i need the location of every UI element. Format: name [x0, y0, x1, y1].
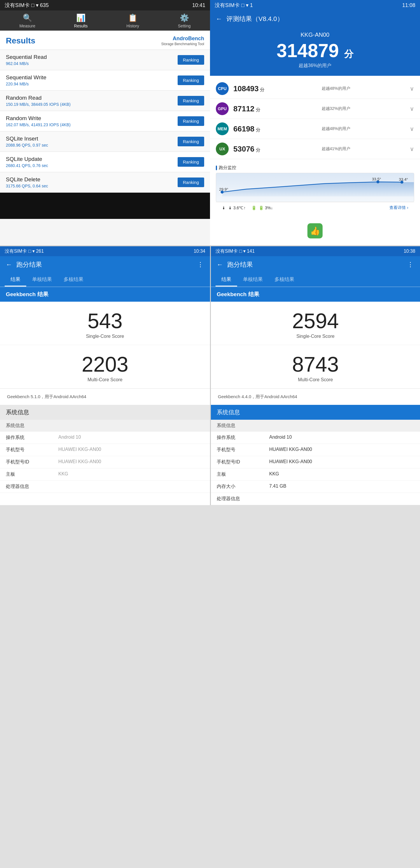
- geek-right-back-button[interactable]: ←: [217, 261, 223, 269]
- geek-left-menu-button[interactable]: ⋮: [197, 261, 204, 269]
- bench-sub-4: 2088.96 QPS, 0.97 sec: [6, 143, 48, 148]
- geek-left-tab-results[interactable]: 结果: [5, 273, 26, 286]
- antutu-title: 评测结果（V8.4.0）: [226, 14, 283, 23]
- statusbar-left-text: 没有SIM卡 □ ▾ 635: [5, 2, 49, 9]
- bench-sub-6: 3175.66 QPS, 0.64 sec: [6, 184, 48, 188]
- nav-setting-label: Setting: [178, 24, 191, 28]
- ranking-btn-4[interactable]: Ranking: [178, 137, 204, 146]
- thumbs-up-icon: 👍: [307, 223, 323, 239]
- geek-right-tab-multi[interactable]: 多核结果: [269, 273, 300, 286]
- antutu-score-sub-3: 超越41%的用户: [322, 146, 410, 152]
- ranking-btn-0[interactable]: Ranking: [178, 55, 204, 65]
- andro-logo-name: AndroBench: [173, 36, 204, 41]
- geek-left-header: ← 跑分结果 ⋮: [0, 256, 210, 273]
- antutu-footer: 🌡🌡 3.6℃↑ 🔋🔋 3%↓ 查看详情 ›: [216, 202, 414, 213]
- antutu-score-row-3: UX 53076 分 超越41%的用户 ∨: [210, 139, 420, 159]
- sysinfo-row: 内存大小 7.41 GB: [211, 480, 420, 493]
- bench-row-4: SQLite Insert 2088.96 QPS, 0.97 sec Rank…: [0, 131, 210, 152]
- geek-right-tab-results[interactable]: 结果: [215, 273, 237, 286]
- bench-row-info-4: SQLite Insert 2088.96 QPS, 0.97 sec: [6, 135, 48, 148]
- chevron-down-icon-2[interactable]: ∨: [410, 125, 414, 132]
- bench-row-1: Sequential Write 220.94 MB/s Ranking: [0, 70, 210, 91]
- sysinfo-row: 主板 KKG: [211, 468, 420, 480]
- androbench-panel: 没有SIM卡 □ ▾ 635 10:41 🔍 Measure 📊 Results…: [0, 0, 210, 245]
- geek-right-title: 跑分结果: [227, 260, 253, 269]
- geek-right-status-left: 没有SIM卡 □ ▾ 141: [215, 248, 254, 254]
- bench-sub-0: 962.04 MB/s: [6, 61, 47, 66]
- geek-right-sysinfo: 系统信息 系统信息 操作系统 Android 10 手机型号 HUAWEI KK…: [211, 405, 420, 505]
- chevron-down-icon-1[interactable]: ∨: [410, 105, 414, 112]
- antutu-score-row-2: MEM 66198 分 超越48%的用户 ∨: [210, 119, 420, 139]
- bench-name-1: Sequential Write: [6, 74, 47, 81]
- nav-history[interactable]: 📋 History: [126, 13, 139, 28]
- antutu-main-score: 314879 分: [216, 40, 414, 62]
- sysinfo-key-cpu2: 处理器信息: [217, 496, 269, 502]
- geek-left-single-score-section: 543 Single-Core Score: [0, 302, 210, 345]
- bench-sub-5: 2680.41 QPS, 0.76 sec: [6, 163, 48, 168]
- results-icon: 📊: [76, 13, 86, 23]
- geek-left-back-button[interactable]: ←: [6, 261, 12, 269]
- bench-row-3: Random Write 162.07 MB/s, 41491.23 IOPS …: [0, 111, 210, 131]
- geek-left-info: Geekbench 5.1.0，用于Android AArch64: [0, 389, 210, 405]
- nav-setting[interactable]: ⚙️ Setting: [178, 13, 191, 28]
- sysinfo-key-board: 主板: [6, 471, 58, 477]
- andro-logo: AndroBench Storage Benchmarking Tool: [161, 35, 204, 46]
- nav-results[interactable]: 📊 Results: [74, 13, 88, 28]
- bench-row-info-2: Random Read 150.19 MB/s, 38449.05 IOPS (…: [6, 95, 70, 107]
- geek-right-menu-button[interactable]: ⋮: [407, 261, 414, 269]
- geek-left-sysinfo-header: 系统信息: [0, 405, 210, 420]
- sysinfo-key-model: 手机型号: [6, 447, 58, 453]
- antutu-score-val-3: 53076 分: [233, 145, 322, 154]
- antutu-back-button[interactable]: ←: [216, 15, 222, 23]
- sysinfo-row: 处理器信息: [0, 480, 210, 493]
- sysinfo-row: 手机型号ID HUAWEI KKG-AN00: [211, 456, 420, 468]
- sysinfo-val-board2: KKG: [269, 471, 279, 477]
- geek-left-tab-multi[interactable]: 多核结果: [58, 273, 89, 286]
- bench-name-2: Random Read: [6, 95, 70, 101]
- geek-left-tab-single[interactable]: 单核结果: [26, 273, 58, 286]
- sysinfo-row: 手机型号ID HUAWEI KKG-AN00: [0, 456, 210, 468]
- andro-title: Results: [6, 36, 35, 45]
- ranking-btn-1[interactable]: Ranking: [178, 75, 204, 85]
- antutu-panel: 没有SIM卡 □ ▾ 1 11:08 ← 评测结果（V8.4.0） KKG-AN…: [210, 0, 420, 245]
- geek-left-status-left: 没有SIM卡 □ ▾ 261: [5, 248, 44, 254]
- geek-right-single-label: Single-Core Score: [217, 334, 414, 339]
- footer-detail-link[interactable]: 查看详情 ›: [389, 205, 408, 211]
- chart-area: 33.5° 33.4° 29.9°: [216, 173, 414, 202]
- bench-row-info-6: SQLite Delete 3175.66 QPS, 0.64 sec: [6, 176, 48, 188]
- geek-left-multi-score: 2203: [6, 354, 204, 375]
- geek-left-result-header: Geekbench 结果: [0, 287, 210, 302]
- antutu-badge-2: MEM: [216, 122, 229, 135]
- ranking-btn-3[interactable]: Ranking: [178, 116, 204, 126]
- ranking-btn-2[interactable]: Ranking: [178, 96, 204, 105]
- sysinfo-row: 手机型号 HUAWEI KKG-AN00: [211, 444, 420, 456]
- svg-text:33.5°: 33.5°: [372, 177, 381, 181]
- sysinfo-row: 主板 KKG: [0, 468, 210, 480]
- andro-black-bar: [0, 193, 210, 219]
- chevron-down-icon-0[interactable]: ∨: [410, 85, 414, 92]
- bench-row-info-0: Sequential Read 962.04 MB/s: [6, 54, 47, 66]
- setting-icon: ⚙️: [180, 13, 189, 23]
- nav-measure[interactable]: 🔍 Measure: [19, 13, 35, 28]
- geek-left-sysinfo-sub: 系统信息: [0, 420, 210, 432]
- bench-sub-3: 162.07 MB/s, 41491.23 IOPS (4KB): [6, 122, 70, 127]
- antutu-header: ← 评测结果（V8.4.0）: [210, 10, 420, 29]
- ranking-btn-6[interactable]: Ranking: [178, 178, 204, 187]
- andro-header: Results AndroBench Storage Benchmarking …: [0, 31, 210, 50]
- geekbench-right-panel: 没有SIM卡 □ ▾ 141 10:38 ← 跑分结果 ⋮ 结果 单核结果 多核…: [210, 246, 420, 505]
- sysinfo-val-modelid2: HUAWEI KKG-AN00: [269, 459, 312, 465]
- antutu-score-sub-1: 超越32%的用户: [322, 106, 410, 111]
- ranking-btn-5[interactable]: Ranking: [178, 157, 204, 167]
- chevron-down-icon-3[interactable]: ∨: [410, 146, 414, 152]
- bench-name-5: SQLite Update: [6, 156, 48, 162]
- geek-right-status-right: 10:38: [404, 249, 415, 254]
- antutu-chart-section: 跑分监控 33.5° 33.4°: [210, 162, 420, 217]
- geek-left-tabs: 结果 单核结果 多核结果: [0, 273, 210, 287]
- geek-left-status-right: 10:34: [194, 249, 205, 254]
- bench-sub-1: 220.94 MB/s: [6, 82, 47, 86]
- antutu-score-list: CPU 108493 分 超越48%的用户 ∨ GPU 87112 分 超越32…: [210, 76, 420, 162]
- sysinfo-key-model2: 手机型号: [217, 447, 269, 453]
- sysinfo-key-os2: 操作系统: [217, 435, 269, 441]
- geek-right-tab-single[interactable]: 单核结果: [237, 273, 269, 286]
- bench-name-6: SQLite Delete: [6, 176, 48, 183]
